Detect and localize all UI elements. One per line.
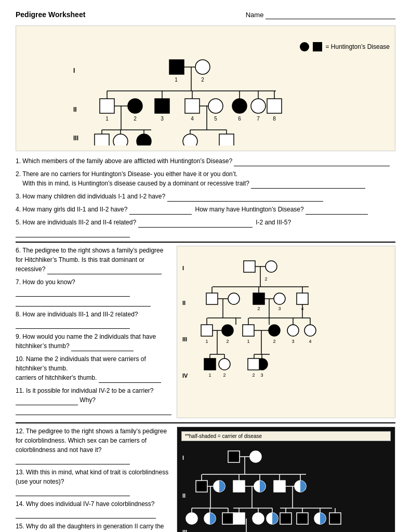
huntington-legend: = Huntington’s Disease (299, 42, 390, 52)
svg-text:3: 3 (260, 373, 263, 378)
colorblindness-pedigree: **half-shaded = carrier of disease I II … (177, 427, 395, 532)
question-4: 4. How many girls did II-1 and II-2 have… (16, 205, 395, 215)
svg-text:5: 5 (214, 116, 217, 122)
svg-rect-136 (233, 481, 245, 492)
svg-text:3: 3 (278, 306, 281, 311)
svg-point-0 (300, 42, 309, 51)
hitchhiker-pedigree: I II III IV 2 2 (177, 246, 395, 418)
svg-text:II: II (182, 300, 185, 306)
svg-rect-33 (267, 99, 282, 113)
questions-section1: 1. Which members of the family above are… (16, 156, 395, 237)
svg-text:2: 2 (201, 77, 204, 83)
svg-text:I: I (182, 265, 184, 271)
name-label: Name (246, 11, 395, 19)
svg-text:III: III (182, 529, 187, 532)
svg-rect-52 (219, 134, 234, 145)
question-7: 7. How do you know? (16, 277, 171, 307)
section-3-questions: 12. The pedigree to the right shows a fa… (16, 427, 171, 532)
svg-rect-21 (185, 99, 200, 113)
question-1: 1. Which members of the family above are… (16, 156, 395, 166)
section-2-questions: 6. The pedigree to the right shows a fam… (16, 246, 171, 418)
svg-text:3: 3 (161, 116, 164, 122)
question-9: 9. How would you name the 2 individuals … (16, 332, 171, 351)
svg-rect-82 (201, 325, 213, 336)
legend-label: = Huntington’s Disease (325, 43, 390, 50)
svg-text:2: 2 (226, 339, 229, 344)
svg-text:1: 1 (205, 339, 208, 344)
section-3: 12. The pedigree to the right shows a fa… (16, 422, 395, 532)
svg-rect-18 (155, 99, 169, 113)
svg-rect-12 (100, 99, 114, 113)
svg-text:6: 6 (238, 116, 241, 122)
question-12: 12. The pedigree to the right shows a fa… (16, 427, 171, 464)
svg-rect-121 (188, 443, 194, 456)
question-5: 5. How are individuals III-2 and II-4 re… (16, 218, 395, 237)
svg-point-86 (222, 325, 233, 336)
colorblind-legend: **half-shaded = carrier of disease (181, 431, 391, 441)
svg-rect-77 (297, 293, 308, 304)
svg-rect-71 (253, 293, 264, 304)
svg-point-27 (232, 99, 247, 113)
section-2: 6. The pedigree to the right shows a fam… (16, 242, 395, 418)
pedigree-section-1: = Huntington’s Disease I II III 1 2 1 2 … (16, 25, 395, 151)
question-8: 8. How are individuals III-1 and III-2 r… (16, 310, 171, 329)
svg-point-25 (208, 99, 223, 113)
svg-point-16 (128, 99, 142, 113)
svg-rect-1 (313, 42, 322, 51)
svg-text:2: 2 (264, 276, 267, 282)
page-header: Pedigree Worksheet Name (16, 10, 395, 19)
svg-text:2: 2 (134, 116, 137, 122)
svg-text:3: 3 (291, 339, 294, 344)
svg-point-41 (113, 134, 128, 145)
question-6: 6. The pedigree to the right shows a fam… (16, 246, 171, 274)
svg-rect-156 (222, 513, 234, 524)
question-10: 10. Name the 2 individuals that were car… (16, 354, 171, 383)
svg-text:II: II (73, 106, 77, 113)
question-15: 15. Why do all the daughters in generati… (16, 522, 171, 532)
svg-point-160 (253, 513, 264, 524)
svg-text:1: 1 (175, 77, 178, 83)
svg-text:4: 4 (191, 116, 194, 122)
svg-point-49 (183, 134, 197, 145)
svg-text:7: 7 (257, 116, 260, 122)
svg-text:8: 8 (273, 116, 276, 122)
svg-rect-106 (204, 358, 216, 370)
svg-rect-65 (206, 293, 218, 304)
svg-text:2: 2 (273, 339, 275, 344)
svg-text:I: I (73, 67, 75, 74)
svg-rect-120 (181, 443, 188, 456)
svg-point-30 (251, 99, 266, 113)
svg-point-129 (250, 451, 261, 462)
pedigree-2-svg: I II III IV 2 2 (181, 250, 348, 391)
svg-rect-89 (243, 325, 254, 336)
svg-rect-170 (329, 513, 341, 524)
svg-rect-127 (228, 451, 240, 462)
svg-point-44 (137, 134, 151, 145)
svg-point-152 (186, 513, 197, 524)
svg-rect-5 (169, 60, 184, 74)
svg-point-75 (274, 293, 285, 304)
svg-rect-158 (233, 513, 245, 524)
svg-point-68 (228, 293, 240, 304)
question-3: 3. How many children did individuals I-1… (16, 192, 395, 202)
svg-text:2: 2 (252, 373, 255, 378)
svg-text:1: 1 (208, 373, 211, 378)
question-13: 13. With this in mind, what kind of trai… (16, 468, 171, 496)
svg-rect-132 (196, 481, 207, 492)
svg-text:II: II (182, 493, 185, 499)
svg-text:4: 4 (309, 339, 311, 344)
svg-rect-38 (95, 134, 109, 145)
page-title: Pedigree Worksheet (16, 10, 85, 19)
svg-text:III: III (73, 135, 78, 142)
svg-point-8 (195, 60, 210, 74)
svg-rect-59 (244, 261, 255, 272)
question-11: 11. Is it possible for individual IV-2 t… (16, 386, 171, 415)
question-14: 14. Why does individual IV-7 have colorb… (16, 499, 171, 518)
svg-rect-118 (248, 358, 259, 370)
svg-text:1: 1 (247, 339, 249, 344)
svg-text:2: 2 (223, 373, 226, 378)
svg-rect-166 (297, 513, 308, 524)
svg-rect-122 (181, 443, 187, 455)
svg-point-61 (266, 261, 277, 272)
svg-text:IV: IV (182, 373, 188, 379)
